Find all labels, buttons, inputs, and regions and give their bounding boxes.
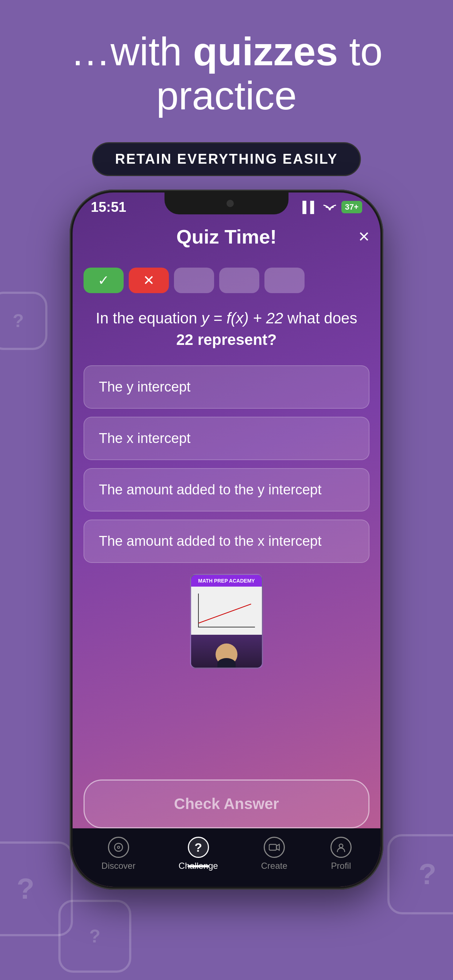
status-icons: ▌▌ 37+ (302, 201, 362, 214)
person-body (217, 658, 236, 669)
deco-bubble-4: ? (0, 292, 48, 350)
camera (226, 200, 234, 207)
quiz-title: Quiz Time! (176, 225, 276, 248)
question-text: In the equation y = f(x) + 22 what does … (92, 308, 361, 351)
svg-point-2 (118, 846, 120, 848)
signal-icon: ▌▌ (302, 201, 318, 213)
battery-indicator: 37+ (341, 201, 362, 213)
nav-label-discover: Discover (101, 861, 135, 871)
nav-label-profil: Profil (331, 861, 351, 871)
progress-item-5 (265, 267, 305, 293)
video-graph-area (191, 587, 262, 635)
header: …with quizzes to practice (0, 29, 453, 118)
video-thumbnail: MATH PREP ACADEMY (190, 574, 263, 669)
header-title: …with quizzes to practice (0, 29, 453, 118)
check-answer-button[interactable]: Check Answer (83, 780, 370, 828)
close-button[interactable]: × (359, 225, 370, 247)
answer-option-4[interactable]: The amount added to the x intercept (83, 520, 370, 563)
progress-item-1: ✓ (83, 267, 124, 293)
badge-container: RETAIN EVERYTHING EASILY (92, 142, 361, 176)
challenge-icon: ? (188, 837, 209, 858)
phone-screen: 15:51 ▌▌ 37+ (73, 192, 380, 887)
answer-option-2[interactable]: The x intercept (83, 417, 370, 460)
nav-item-profil[interactable]: Profil (330, 837, 352, 871)
nav-label-create: Create (261, 861, 287, 871)
question-emphasis: 22 represent? (176, 331, 276, 348)
check-icon: ✓ (98, 272, 109, 288)
progress-item-4 (219, 267, 259, 293)
video-graph (198, 593, 255, 627)
status-time: 15:51 (91, 199, 126, 215)
discover-icon (108, 837, 129, 858)
person-avatar (215, 643, 238, 665)
active-indicator (187, 865, 209, 867)
header-line2: practice (156, 73, 297, 118)
header-plain: …with (70, 29, 193, 74)
wifi-icon (323, 201, 336, 214)
svg-marker-4 (276, 845, 279, 850)
video-person (191, 635, 262, 668)
svg-point-0 (329, 208, 331, 210)
header-bold: quizzes (193, 29, 338, 74)
svg-point-1 (115, 843, 123, 851)
x-icon: ✕ (143, 272, 155, 288)
nav-item-challenge[interactable]: ? Challenge (179, 837, 218, 871)
nav-item-discover[interactable]: Discover (101, 837, 135, 871)
badge: RETAIN EVERYTHING EASILY (92, 142, 361, 176)
answer-option-1[interactable]: The y intercept (83, 365, 370, 409)
progress-item-3 (174, 267, 214, 293)
phone-outer: 15:51 ▌▌ 37+ (70, 189, 383, 889)
bottom-nav: Discover ? Challenge (73, 828, 380, 887)
badge-text: RETAIN EVERYTHING EASILY (115, 151, 338, 167)
nav-item-create[interactable]: Create (261, 837, 287, 871)
video-header: MATH PREP ACADEMY (191, 575, 262, 587)
create-icon (264, 837, 285, 858)
quiz-container: Quiz Time! × ✓ ✕ In the (83, 225, 370, 828)
deco-bubble-3: ? (388, 834, 453, 915)
deco-bubble-2: ? (58, 900, 131, 973)
svg-point-5 (339, 844, 343, 848)
notch (164, 192, 289, 215)
profil-icon (330, 837, 352, 858)
video-channel-name: MATH PREP ACADEMY (196, 578, 257, 584)
question-math: y = f(x) + 22 (201, 310, 283, 327)
progress-item-2: ✕ (129, 267, 169, 293)
progress-row: ✓ ✕ (83, 267, 305, 293)
svg-rect-3 (269, 845, 276, 850)
answer-options: The y intercept The x intercept The amou… (83, 365, 370, 563)
phone-mockup: 15:51 ▌▌ 37+ (70, 189, 383, 889)
answer-option-3[interactable]: The amount added to the y intercept (83, 468, 370, 512)
question-prefix: In the equation (96, 310, 202, 327)
